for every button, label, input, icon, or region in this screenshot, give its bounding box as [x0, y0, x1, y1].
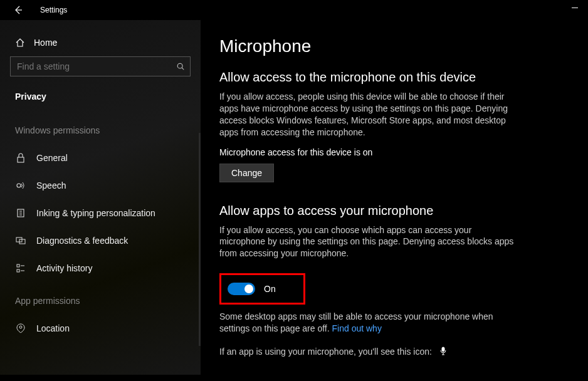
section-body-device-access: If you allow access, people using this d…: [219, 91, 514, 138]
toggle-label: On: [264, 284, 276, 294]
section-body-apps-access: If you allow access, you can choose whic…: [219, 224, 514, 260]
svg-rect-16: [442, 347, 444, 352]
toggle-knob: [244, 284, 253, 293]
back-arrow-icon[interactable]: [13, 4, 24, 16]
svg-point-4: [17, 184, 21, 187]
history-icon: [15, 263, 26, 273]
usage-text: If an app is using your microphone, you'…: [219, 347, 432, 357]
find-out-why-link[interactable]: Find out why: [332, 323, 382, 333]
sidebar-section-windows: Windows permissions: [10, 120, 191, 144]
usage-indicator-line: If an app is using your microphone, you'…: [219, 346, 514, 358]
sidebar-item-label: Activity history: [36, 263, 92, 273]
highlight-box: On: [219, 273, 305, 305]
search-input[interactable]: [17, 61, 167, 71]
main-content: Microphone Allow access to the microphon…: [201, 20, 588, 381]
minimize-icon[interactable]: [572, 8, 578, 8]
sidebar-item-location[interactable]: Location: [10, 315, 191, 342]
speech-icon: [15, 180, 26, 190]
apps-access-toggle[interactable]: [228, 283, 255, 295]
sidebar-item-label: Diagnostics & feedback: [36, 236, 128, 246]
sidebar-home[interactable]: Home: [10, 35, 191, 56]
svg-point-1: [177, 63, 182, 68]
lock-icon: [15, 153, 26, 163]
mic-access-status: Microphone access for this device is on: [219, 147, 575, 157]
sidebar-item-label: Inking & typing personalization: [36, 208, 155, 218]
sidebar-item-diagnostics[interactable]: Diagnostics & feedback: [10, 227, 191, 254]
window-title: Settings: [40, 6, 67, 14]
svg-line-2: [182, 68, 184, 70]
svg-point-15: [19, 326, 22, 328]
sidebar-item-label: General: [36, 153, 68, 163]
svg-rect-12: [17, 269, 19, 272]
sidebar-item-inking[interactable]: Inking & typing personalization: [10, 199, 191, 227]
page-title: Microphone: [219, 36, 575, 56]
sidebar-item-activity[interactable]: Activity history: [10, 254, 191, 282]
sidebar-home-label: Home: [34, 38, 57, 48]
svg-rect-11: [17, 264, 19, 267]
home-icon: [15, 38, 25, 48]
search-input-wrapper[interactable]: [10, 56, 191, 76]
search-icon: [176, 62, 185, 71]
section-heading-device-access: Allow access to the microphone on this d…: [219, 70, 575, 85]
sidebar-item-speech[interactable]: Speech: [10, 172, 191, 199]
section-heading-apps-access: Allow apps to access your microphone: [219, 204, 575, 218]
sidebar: Home Privacy Windows permissions General: [0, 20, 201, 381]
sidebar-section-app: App permissions: [10, 282, 191, 315]
location-icon: [15, 323, 26, 333]
feedback-icon: [15, 236, 26, 246]
sidebar-scrollbar[interactable]: [199, 133, 201, 346]
change-button[interactable]: Change: [219, 164, 274, 182]
sidebar-item-label: Location: [36, 323, 70, 333]
titlebar: Settings: [0, 0, 588, 20]
sidebar-item-general[interactable]: General: [10, 144, 191, 172]
inking-icon: [15, 208, 26, 218]
sidebar-category: Privacy: [10, 88, 191, 120]
svg-rect-3: [18, 157, 24, 162]
sidebar-item-label: Speech: [36, 180, 66, 190]
desktop-apps-note: Some desktop apps may still be able to a…: [219, 311, 514, 335]
microphone-icon: [437, 347, 447, 357]
